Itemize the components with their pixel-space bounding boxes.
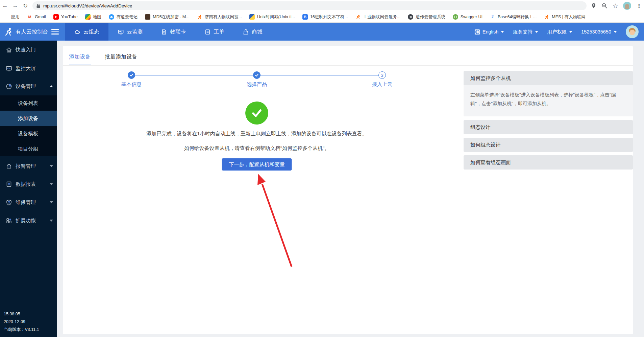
unix-timestamp-icon xyxy=(249,14,255,20)
forward-icon[interactable]: → xyxy=(10,2,20,9)
language-switcher[interactable]: English xyxy=(474,29,504,35)
gmail-icon: M xyxy=(27,14,32,20)
url-text: mp.usr.cn/#/cloudV2/device/ViewAddDevice xyxy=(43,3,132,8)
address-bar[interactable]: mp.usr.cn/#/cloudV2/device/ViewAddDevice xyxy=(32,1,587,10)
hamburger-menu-icon[interactable] xyxy=(51,29,59,35)
step-3-label: 接入上云 xyxy=(358,81,406,88)
bookmark-unix-timestamp[interactable]: Unix时间戳(Unix ti... xyxy=(249,14,295,20)
bookmark-passthrough-cloud[interactable]: 透传云管理系统 xyxy=(408,14,445,20)
usr-logo-icon xyxy=(4,27,13,36)
step-1-label: 基本信息 xyxy=(108,81,155,88)
bookmark-youdao[interactable]: 有道云笔记 xyxy=(109,14,138,20)
help-item-monitor-slaves[interactable]: 如何监控多个从机 xyxy=(464,71,633,85)
tab-add-device[interactable]: 添加设备 xyxy=(69,53,91,61)
success-message-line1: 添加已完成，设备将在1小时内自动上线，重新上电则立即上线，添加的设备可以在设备列… xyxy=(146,131,367,137)
maps-icon xyxy=(85,14,91,20)
chevron-up-icon xyxy=(50,85,53,87)
work-order-icon xyxy=(204,29,211,35)
md5-icon xyxy=(145,14,150,20)
chrome-menu-icon[interactable]: ⋮ xyxy=(636,3,642,9)
chevron-down-icon xyxy=(501,31,504,33)
help-item-view-scada-screen[interactable]: 如何查看组态画面 xyxy=(464,155,633,170)
step-2-circle-done xyxy=(253,71,261,79)
lock-icon xyxy=(36,4,40,8)
bookmark-apps[interactable]: 应用 xyxy=(3,14,20,20)
sidebar-item-add-device[interactable]: 添加设备 xyxy=(0,111,57,126)
tab-cloud-monitor[interactable]: 云监测 xyxy=(108,23,152,41)
monitor-icon xyxy=(118,29,124,35)
screen-icon xyxy=(6,65,12,72)
base64-icon: Z xyxy=(490,14,495,20)
browser-toolbar: ← → ↻ mp.usr.cn/#/cloudV2/device/ViewAdd… xyxy=(0,0,644,12)
chevron-down-icon xyxy=(50,220,53,222)
globe-dark-icon xyxy=(408,14,413,20)
account-menu[interactable]: 15253035650 xyxy=(581,29,617,35)
chevron-down-icon xyxy=(50,183,53,185)
bookmark-star-icon[interactable]: ☆ xyxy=(612,3,618,9)
usr-person-icon xyxy=(197,14,202,20)
device-pie-icon xyxy=(6,83,12,90)
current-time: 15:38:05 xyxy=(4,310,39,318)
bookmark-mes[interactable]: MES | 有人物联网 xyxy=(544,14,586,20)
content-card: 添加设备 批量添加设备 3 基本信息 选择产品 接入上云 添加已完成，设备将在1… xyxy=(63,46,633,334)
bookmark-swagger[interactable]: Swagger UI xyxy=(453,14,482,20)
chevron-down-icon xyxy=(535,31,538,33)
sim-card-icon xyxy=(161,29,167,35)
sidebar-item-maintenance[interactable]: 维保管理 xyxy=(0,193,57,211)
browser-profile-avatar[interactable] xyxy=(623,2,631,10)
tab-mall[interactable]: 商城 xyxy=(233,23,272,41)
sidebar-item-quick-start[interactable]: 快速入门 xyxy=(0,41,57,59)
hex-tool-icon: B xyxy=(302,14,308,20)
bookmark-maps[interactable]: 地图 xyxy=(85,14,101,20)
sidebar-item-device-list[interactable]: 设备列表 xyxy=(0,95,57,111)
next-step-button[interactable]: 下一步，配置从机和变量 xyxy=(222,158,292,171)
user-avatar[interactable] xyxy=(626,25,639,38)
bookmark-usr-tech[interactable]: 济南有人物联网技... xyxy=(197,14,242,20)
check-icon xyxy=(129,73,133,77)
sidebar-item-device-template[interactable]: 设备模板 xyxy=(0,126,57,141)
check-icon xyxy=(255,73,259,77)
version-label: 当前版本：V3.11.1 xyxy=(4,326,39,334)
top-nav-tabs: 云组态 云监测 物联卡 工单 商城 xyxy=(65,23,272,41)
sidebar-item-device-management[interactable]: 设备管理 xyxy=(0,77,57,95)
swagger-icon xyxy=(453,14,458,20)
success-check-icon xyxy=(245,102,268,125)
zoom-out-icon[interactable] xyxy=(601,3,608,9)
current-date: 2020-12-09 xyxy=(4,318,39,326)
bookmark-youtube[interactable]: YouTube xyxy=(53,14,78,20)
bookmark-md5[interactable]: MD5在线加密 - M... xyxy=(145,14,189,20)
service-support-menu[interactable]: 服务支持 xyxy=(513,29,538,35)
back-icon[interactable]: ← xyxy=(0,2,10,9)
chevron-down-icon xyxy=(50,201,53,203)
sidebar-item-extensions[interactable]: 扩展功能 xyxy=(0,211,57,230)
help-item-how-to-scada-design[interactable]: 如何组态设计 xyxy=(464,138,633,152)
help-item-scada-design[interactable]: 组态设计 xyxy=(464,120,633,134)
bookmark-hex-to-text[interactable]: B 16进制到文本字符... xyxy=(302,14,348,20)
tab-work-order[interactable]: 工单 xyxy=(195,23,233,41)
sidebar-item-monitor-screen[interactable]: 监控大屏 xyxy=(0,59,57,77)
tab-iot-card[interactable]: 物联卡 xyxy=(152,23,195,41)
tab-cloud-scada[interactable]: 云组态 xyxy=(65,23,108,41)
device-submenu: 设备列表 添加设备 设备模板 项目分组 xyxy=(0,95,57,156)
bookmark-gmail[interactable]: M Gmail xyxy=(27,14,46,20)
user-permission-menu[interactable]: 用户权限 xyxy=(547,29,572,35)
top-nav-right: English 服务支持 用户权限 15253035650 xyxy=(474,25,644,38)
bookmark-iiot-cloud[interactable]: 工业物联网云服务... xyxy=(355,14,400,20)
shield-wrench-icon xyxy=(6,199,12,206)
sidebar-item-data-report[interactable]: 数据报表 xyxy=(0,175,57,193)
step-1-circle-done xyxy=(128,71,135,79)
chevron-down-icon xyxy=(614,31,617,33)
mall-bag-icon xyxy=(243,29,249,35)
bookmarks-bar: 应用 M Gmail YouTube 地图 有道云笔记 MD5在线加密 - M.… xyxy=(0,12,644,23)
sidebar-footer: 15:38:05 2020-12-09 当前版本：V3.11.1 xyxy=(4,310,39,334)
sidebar-item-project-group[interactable]: 项目分组 xyxy=(0,141,57,156)
bookmark-base64[interactable]: Z Base64编码转换工... xyxy=(490,14,537,20)
sidebar-item-alarm-management[interactable]: 报警管理 xyxy=(0,157,57,175)
step-3-circle: 3 xyxy=(378,71,386,79)
tab-batch-add-device[interactable]: 批量添加设备 xyxy=(105,53,137,61)
top-navbar: 有人云控制台 云组态 云监测 物联卡 工单 商城 xyxy=(0,23,644,41)
main-area: 添加设备 批量添加设备 3 基本信息 选择产品 接入上云 添加已完成，设备将在1… xyxy=(57,41,644,337)
reload-icon[interactable]: ↻ xyxy=(20,2,30,9)
location-pin-icon[interactable] xyxy=(591,3,597,9)
brand-name[interactable]: 有人云控制台 xyxy=(16,28,48,36)
